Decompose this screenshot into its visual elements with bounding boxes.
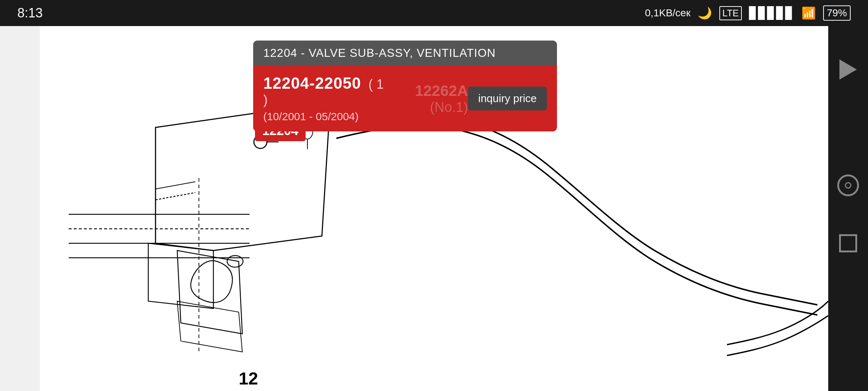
ghost-label: 12262A: [415, 82, 468, 100]
side-nav-right: [828, 26, 868, 391]
inquiry-price-button[interactable]: inquiry price: [468, 87, 547, 110]
popup-part-info: 12204-22050 ( 1 ) (10/2001 - 05/2004): [263, 74, 388, 123]
popup-date-range: (10/2001 - 05/2004): [263, 110, 388, 123]
popup-body: 12204-22050 ( 1 ) (10/2001 - 05/2004) 12…: [253, 66, 557, 131]
status-bar: 8:13 0,1KB/сек 🌙 LTE ▊▊▊▊▊ 📶 79%: [0, 0, 868, 26]
battery-icon: 79%: [823, 5, 851, 21]
moon-icon: 🌙: [698, 6, 712, 20]
svg-line-19: [156, 193, 195, 200]
status-right: 0,1KB/сек 🌙 LTE ▊▊▊▊▊ 📶 79%: [645, 5, 851, 21]
signal-icon: ▊▊▊▊▊: [749, 6, 794, 20]
svg-line-18: [156, 182, 195, 189]
back-triangle-icon: [839, 59, 857, 80]
recent-apps-button[interactable]: [834, 229, 863, 258]
home-button[interactable]: [834, 171, 863, 200]
wifi-icon: 📶: [801, 6, 816, 20]
back-button[interactable]: [834, 55, 863, 84]
ghost-sublabel: (No.1): [430, 100, 468, 115]
home-circle-icon: [837, 175, 859, 196]
popup-header: 12204 - VALVE SUB-ASSY, VENTILATION: [253, 41, 557, 66]
popup-part-number-row: 12204-22050 ( 1 ): [263, 74, 388, 108]
status-time: 8:13: [17, 5, 43, 21]
popup-part-number: 12204-22050: [263, 74, 361, 92]
diagram-area: 12262 12: [40, 26, 828, 391]
popup-card: 12204 - VALVE SUB-ASSY, VENTILATION 1220…: [253, 41, 557, 131]
main-content: 12262 12: [0, 26, 868, 391]
svg-text:12: 12: [239, 369, 258, 388]
lte-icon: LTE: [719, 6, 742, 20]
status-speed: 0,1KB/сек: [645, 7, 690, 19]
recent-apps-square-icon: [839, 234, 857, 252]
